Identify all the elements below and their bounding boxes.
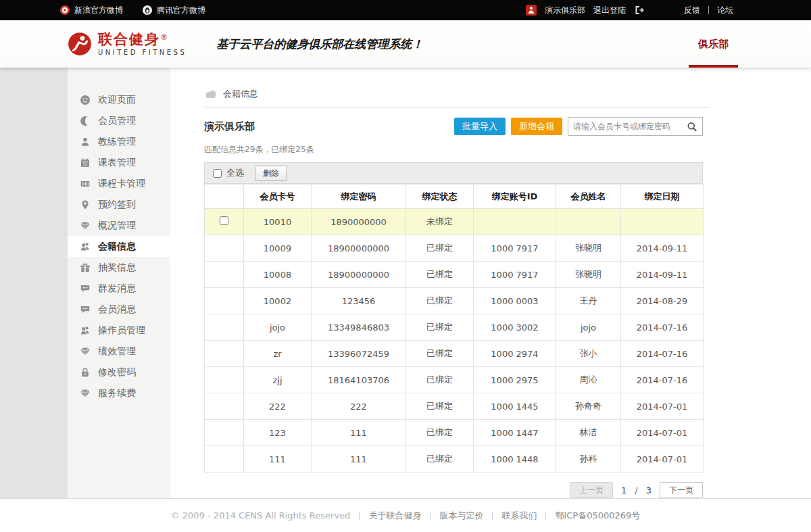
sidebar: 欢迎页面会员管理教练管理课表管理课程卡管理预约签到概况管理会籍信息抽奖信息群发消… <box>68 68 170 498</box>
sidebar-item-4[interactable]: 课程卡管理 <box>68 173 170 194</box>
sidebar-item-13[interactable]: 修改密码 <box>68 362 170 383</box>
sidebar-item-5[interactable]: 预约签到 <box>68 194 170 215</box>
title-actions: 批量导入 新增会籍 <box>454 117 703 136</box>
table-row: zjj18164103706已绑定1000 2975周沁2014-07-16 <box>205 367 704 393</box>
cell-checkbox <box>205 341 244 367</box>
cell-checkbox <box>205 262 244 288</box>
cell-account-id: 1000 2975 <box>474 367 556 393</box>
search-input[interactable] <box>568 122 682 131</box>
sidebar-item-12[interactable]: 绩效管理 <box>68 341 170 362</box>
table-header-row: 会员卡号绑定密码绑定状态绑定账号ID会员姓名绑定日期 <box>205 185 704 209</box>
tab-club[interactable]: 俱乐部 <box>689 20 738 68</box>
tencent-weibo-label: 腾讯官方微博 <box>157 5 205 16</box>
membership-table: 会员卡号绑定密码绑定状态绑定账号ID会员姓名绑定日期 1001018900000… <box>204 184 704 473</box>
cell-member-name: 张晓明 <box>556 262 621 288</box>
logo-text: 联合健身® UNITED FITNESS <box>98 32 187 56</box>
sina-weibo-label: 新浪官方微博 <box>74 5 123 16</box>
footer-link-2[interactable]: 联系我们 <box>501 510 537 522</box>
footer: © 2009 - 2014 CENS All Rights Reserved关于… <box>0 498 811 532</box>
cell-member-name: jojo <box>556 314 621 341</box>
delete-button[interactable]: 删除 <box>255 166 287 181</box>
add-membership-button[interactable]: 新增会籍 <box>511 118 562 135</box>
sidebar-item-3[interactable]: 课表管理 <box>68 152 170 173</box>
cell-checkbox <box>205 420 244 446</box>
tencent-weibo-icon <box>142 5 153 16</box>
cell-password: 13349846803 <box>312 314 406 341</box>
cell-card-no: 10010 <box>244 209 312 235</box>
content: 欢迎页面会员管理教练管理课表管理课程卡管理预约签到概况管理会籍信息抽奖信息群发消… <box>0 68 811 498</box>
sidebar-item-label: 会员消息 <box>98 304 136 316</box>
logo: 联合健身® UNITED FITNESS <box>68 32 187 56</box>
sidebar-item-11[interactable]: 操作员管理 <box>68 320 170 341</box>
sidebar-item-8[interactable]: 抽奖信息 <box>68 257 170 278</box>
table-row: 1000918900000000已绑定1000 7917张晓明2014-09-1… <box>205 235 704 262</box>
sidebar-item-7[interactable]: 会籍信息 <box>68 236 170 257</box>
logout-icon[interactable] <box>634 5 645 16</box>
cell-checkbox <box>205 446 244 473</box>
batch-import-button[interactable]: 批量导入 <box>454 118 506 135</box>
cell-bind-date: 2014-09-11 <box>621 235 704 262</box>
gift-icon <box>80 262 91 273</box>
topbar-divider <box>708 6 709 14</box>
cell-bind-date: 2014-09-11 <box>621 262 704 288</box>
chat-icon <box>80 304 91 315</box>
cell-member-name: 林洁 <box>556 420 621 446</box>
sidebar-item-label: 群发消息 <box>98 283 136 295</box>
footer-link-0[interactable]: 关于联合健身 <box>368 510 421 522</box>
calendar-icon <box>80 158 91 168</box>
cell-password: 111 <box>312 446 406 473</box>
select-all-checkbox[interactable] <box>213 169 222 178</box>
forum-link[interactable]: 论坛 <box>717 5 733 16</box>
feedback-link[interactable]: 反馈 <box>684 5 700 16</box>
sidebar-item-0[interactable]: 欢迎页面 <box>68 89 170 110</box>
search-icon <box>687 121 697 132</box>
sidebar-item-9[interactable]: 群发消息 <box>68 278 170 299</box>
cell-card-no: zjj <box>244 367 312 393</box>
topbar: 新浪官方微博 腾讯官方微博 演示俱乐部 退出登陆 反馈 论坛 <box>0 0 811 20</box>
column-header-4: 会员姓名 <box>556 185 621 209</box>
people-icon <box>80 241 91 252</box>
prev-page-button[interactable]: 上一页 <box>570 482 613 498</box>
column-header-5: 绑定日期 <box>621 185 704 209</box>
diamond-icon <box>80 388 91 399</box>
cell-account-id: 1000 3002 <box>474 314 556 341</box>
cell-member-name <box>556 209 621 235</box>
search-box <box>568 117 703 136</box>
sina-weibo-link[interactable]: 新浪官方微博 <box>59 5 123 16</box>
footer-link-1[interactable]: 版本与定价 <box>439 510 483 522</box>
match-summary: 匹配信息共29条，已绑定25条 <box>204 144 811 155</box>
sidebar-item-2[interactable]: 教练管理 <box>68 131 170 152</box>
next-page-button[interactable]: 下一页 <box>660 482 703 498</box>
sidebar-item-label: 课表管理 <box>98 157 136 169</box>
search-button[interactable] <box>682 118 702 135</box>
sidebar-item-10[interactable]: 会员消息 <box>68 299 170 320</box>
topbar-club-name: 演示俱乐部 <box>545 5 585 16</box>
sidebar-item-label: 操作员管理 <box>98 324 145 337</box>
sidebar-item-label: 教练管理 <box>98 136 136 148</box>
footer-divider <box>359 512 360 520</box>
logout-link[interactable]: 退出登陆 <box>593 5 626 16</box>
main: 会籍信息 演示俱乐部 批量导入 新增会籍 匹配信息共29条，已绑定25条 <box>170 68 811 498</box>
logo-title: 联合健身 <box>98 31 160 47</box>
cell-password: 18900000000 <box>312 262 406 288</box>
table-row: 123111已绑定1000 1447林洁2014-07-01 <box>205 420 704 446</box>
table-row: zr13396072459已绑定1000 2974张小2014-07-16 <box>205 341 704 367</box>
cell-checkbox <box>205 367 244 393</box>
cell-checkbox <box>205 393 244 420</box>
cell-account-id <box>474 209 556 235</box>
cell-bind-date: 2014-07-01 <box>621 446 704 473</box>
table-row: 1000818900000000已绑定1000 7917张晓明2014-09-1… <box>205 262 704 288</box>
sidebar-item-1[interactable]: 会员管理 <box>68 110 170 131</box>
sidebar-item-14[interactable]: 服务续费 <box>68 383 170 404</box>
cell-card-no: 222 <box>244 393 312 420</box>
cell-password: 111 <box>312 420 406 446</box>
tencent-weibo-link[interactable]: 腾讯官方微博 <box>142 5 205 16</box>
table-row: 222222已绑定1000 1445孙奇奇2014-07-01 <box>205 393 704 420</box>
footer-divider <box>492 512 493 520</box>
chat-icon <box>80 283 91 294</box>
cell-card-no: zr <box>244 341 312 367</box>
header: 联合健身® UNITED FITNESS 基于云平台的健身俱乐部在线管理系统！ … <box>0 20 811 68</box>
row-checkbox[interactable] <box>220 216 228 225</box>
sidebar-item-6[interactable]: 概况管理 <box>68 215 170 236</box>
sidebar-item-label: 预约签到 <box>98 199 136 211</box>
